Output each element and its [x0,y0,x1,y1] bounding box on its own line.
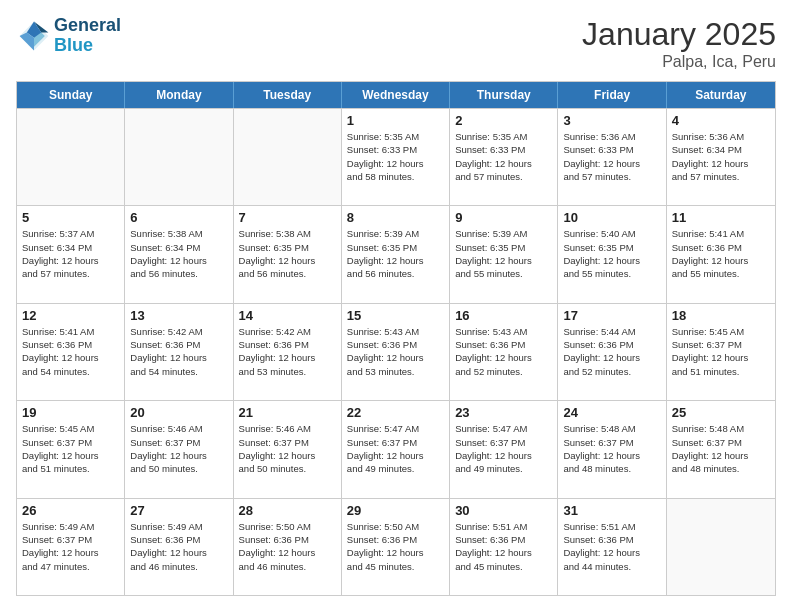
day-info: Sunrise: 5:39 AM Sunset: 6:35 PM Dayligh… [455,227,552,280]
calendar-cell: 4Sunrise: 5:36 AM Sunset: 6:34 PM Daylig… [667,109,775,205]
calendar-cell: 30Sunrise: 5:51 AM Sunset: 6:36 PM Dayli… [450,499,558,595]
day-info: Sunrise: 5:35 AM Sunset: 6:33 PM Dayligh… [347,130,444,183]
calendar-cell: 23Sunrise: 5:47 AM Sunset: 6:37 PM Dayli… [450,401,558,497]
calendar-header: SundayMondayTuesdayWednesdayThursdayFrid… [17,82,775,108]
day-info: Sunrise: 5:42 AM Sunset: 6:36 PM Dayligh… [130,325,227,378]
calendar-cell: 5Sunrise: 5:37 AM Sunset: 6:34 PM Daylig… [17,206,125,302]
day-number: 16 [455,308,552,323]
day-number: 28 [239,503,336,518]
day-number: 31 [563,503,660,518]
logo: General Blue [16,16,121,56]
calendar-cell: 12Sunrise: 5:41 AM Sunset: 6:36 PM Dayli… [17,304,125,400]
day-number: 7 [239,210,336,225]
day-info: Sunrise: 5:41 AM Sunset: 6:36 PM Dayligh… [22,325,119,378]
day-number: 12 [22,308,119,323]
calendar-cell: 13Sunrise: 5:42 AM Sunset: 6:36 PM Dayli… [125,304,233,400]
calendar-row: 26Sunrise: 5:49 AM Sunset: 6:37 PM Dayli… [17,498,775,595]
title-block: January 2025 Palpa, Ica, Peru [582,16,776,71]
calendar-cell: 22Sunrise: 5:47 AM Sunset: 6:37 PM Dayli… [342,401,450,497]
day-info: Sunrise: 5:36 AM Sunset: 6:33 PM Dayligh… [563,130,660,183]
day-info: Sunrise: 5:50 AM Sunset: 6:36 PM Dayligh… [239,520,336,573]
calendar-cell: 26Sunrise: 5:49 AM Sunset: 6:37 PM Dayli… [17,499,125,595]
day-number: 27 [130,503,227,518]
day-info: Sunrise: 5:49 AM Sunset: 6:37 PM Dayligh… [22,520,119,573]
calendar-row: 19Sunrise: 5:45 AM Sunset: 6:37 PM Dayli… [17,400,775,497]
calendar-cell: 3Sunrise: 5:36 AM Sunset: 6:33 PM Daylig… [558,109,666,205]
header: General Blue January 2025 Palpa, Ica, Pe… [16,16,776,71]
calendar-cell: 8Sunrise: 5:39 AM Sunset: 6:35 PM Daylig… [342,206,450,302]
calendar-body: 1Sunrise: 5:35 AM Sunset: 6:33 PM Daylig… [17,108,775,595]
calendar-cell: 11Sunrise: 5:41 AM Sunset: 6:36 PM Dayli… [667,206,775,302]
calendar-cell [125,109,233,205]
day-info: Sunrise: 5:39 AM Sunset: 6:35 PM Dayligh… [347,227,444,280]
logo-icon [16,18,52,54]
day-info: Sunrise: 5:49 AM Sunset: 6:36 PM Dayligh… [130,520,227,573]
day-number: 8 [347,210,444,225]
page: General Blue January 2025 Palpa, Ica, Pe… [0,0,792,612]
day-info: Sunrise: 5:45 AM Sunset: 6:37 PM Dayligh… [22,422,119,475]
day-number: 20 [130,405,227,420]
day-number: 25 [672,405,770,420]
weekday-header: Saturday [667,82,775,108]
day-number: 10 [563,210,660,225]
day-info: Sunrise: 5:48 AM Sunset: 6:37 PM Dayligh… [672,422,770,475]
day-info: Sunrise: 5:38 AM Sunset: 6:34 PM Dayligh… [130,227,227,280]
day-number: 2 [455,113,552,128]
day-number: 14 [239,308,336,323]
calendar-cell: 17Sunrise: 5:44 AM Sunset: 6:36 PM Dayli… [558,304,666,400]
calendar: SundayMondayTuesdayWednesdayThursdayFrid… [16,81,776,596]
calendar-cell: 19Sunrise: 5:45 AM Sunset: 6:37 PM Dayli… [17,401,125,497]
day-number: 22 [347,405,444,420]
day-number: 29 [347,503,444,518]
logo-line2: Blue [54,36,121,56]
day-info: Sunrise: 5:42 AM Sunset: 6:36 PM Dayligh… [239,325,336,378]
day-info: Sunrise: 5:40 AM Sunset: 6:35 PM Dayligh… [563,227,660,280]
weekday-header: Sunday [17,82,125,108]
calendar-cell: 28Sunrise: 5:50 AM Sunset: 6:36 PM Dayli… [234,499,342,595]
day-number: 6 [130,210,227,225]
calendar-cell: 15Sunrise: 5:43 AM Sunset: 6:36 PM Dayli… [342,304,450,400]
calendar-cell: 20Sunrise: 5:46 AM Sunset: 6:37 PM Dayli… [125,401,233,497]
calendar-subtitle: Palpa, Ica, Peru [582,53,776,71]
day-info: Sunrise: 5:41 AM Sunset: 6:36 PM Dayligh… [672,227,770,280]
day-info: Sunrise: 5:43 AM Sunset: 6:36 PM Dayligh… [455,325,552,378]
calendar-cell: 16Sunrise: 5:43 AM Sunset: 6:36 PM Dayli… [450,304,558,400]
day-number: 30 [455,503,552,518]
day-info: Sunrise: 5:38 AM Sunset: 6:35 PM Dayligh… [239,227,336,280]
day-info: Sunrise: 5:48 AM Sunset: 6:37 PM Dayligh… [563,422,660,475]
calendar-cell: 9Sunrise: 5:39 AM Sunset: 6:35 PM Daylig… [450,206,558,302]
calendar-cell: 1Sunrise: 5:35 AM Sunset: 6:33 PM Daylig… [342,109,450,205]
day-number: 24 [563,405,660,420]
calendar-cell: 18Sunrise: 5:45 AM Sunset: 6:37 PM Dayli… [667,304,775,400]
calendar-cell: 6Sunrise: 5:38 AM Sunset: 6:34 PM Daylig… [125,206,233,302]
weekday-header: Thursday [450,82,558,108]
day-number: 4 [672,113,770,128]
day-info: Sunrise: 5:51 AM Sunset: 6:36 PM Dayligh… [563,520,660,573]
logo-line1: General [54,16,121,36]
calendar-cell: 2Sunrise: 5:35 AM Sunset: 6:33 PM Daylig… [450,109,558,205]
day-info: Sunrise: 5:44 AM Sunset: 6:36 PM Dayligh… [563,325,660,378]
day-number: 15 [347,308,444,323]
day-number: 17 [563,308,660,323]
weekday-header: Monday [125,82,233,108]
day-number: 13 [130,308,227,323]
day-number: 3 [563,113,660,128]
calendar-cell [234,109,342,205]
calendar-row: 1Sunrise: 5:35 AM Sunset: 6:33 PM Daylig… [17,108,775,205]
weekday-header: Wednesday [342,82,450,108]
day-number: 19 [22,405,119,420]
calendar-cell: 31Sunrise: 5:51 AM Sunset: 6:36 PM Dayli… [558,499,666,595]
calendar-row: 12Sunrise: 5:41 AM Sunset: 6:36 PM Dayli… [17,303,775,400]
calendar-cell: 14Sunrise: 5:42 AM Sunset: 6:36 PM Dayli… [234,304,342,400]
calendar-cell [17,109,125,205]
calendar-cell: 21Sunrise: 5:46 AM Sunset: 6:37 PM Dayli… [234,401,342,497]
day-number: 5 [22,210,119,225]
calendar-cell: 24Sunrise: 5:48 AM Sunset: 6:37 PM Dayli… [558,401,666,497]
day-number: 21 [239,405,336,420]
day-number: 1 [347,113,444,128]
day-number: 23 [455,405,552,420]
day-number: 11 [672,210,770,225]
calendar-title: January 2025 [582,16,776,53]
day-info: Sunrise: 5:50 AM Sunset: 6:36 PM Dayligh… [347,520,444,573]
day-info: Sunrise: 5:47 AM Sunset: 6:37 PM Dayligh… [455,422,552,475]
